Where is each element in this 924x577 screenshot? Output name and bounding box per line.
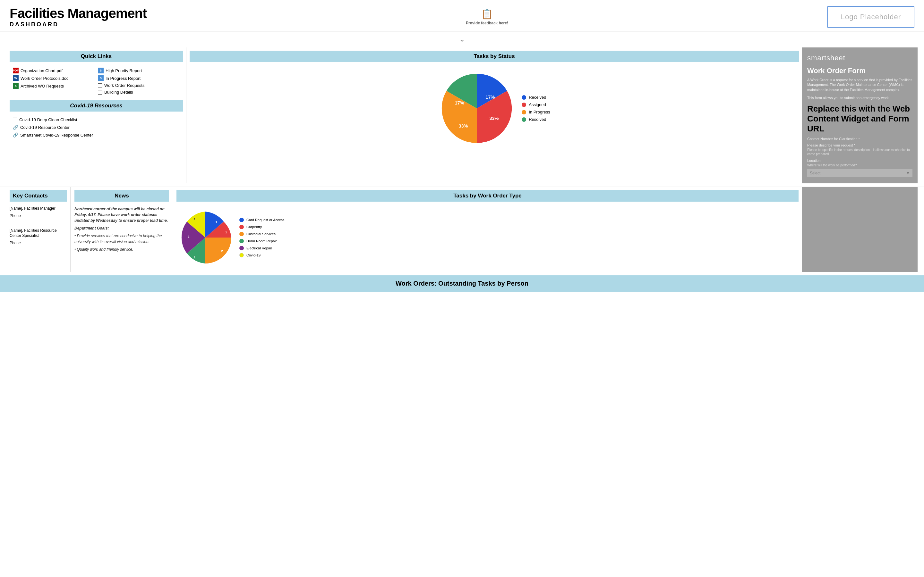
tasks-wot-header: Tasks by Work Order Type <box>176 190 798 201</box>
wot-legend-covid: Covid-19 <box>239 253 284 258</box>
feedback-icon: 📋 <box>481 8 493 19</box>
high-priority-report-link: High Priority Report <box>105 68 142 73</box>
list-item[interactable]: X Archived WO Requests <box>13 82 95 90</box>
wot-legend-dorm: Dorm Room Repair <box>239 239 284 243</box>
key-contacts-section: Key Contacts [Name], Facilities Manager … <box>6 187 71 272</box>
wot-legend-custodial: Custodial Services <box>239 232 284 236</box>
in-progress-report-link: In Progress Report <box>105 76 141 81</box>
list-item[interactable]: Work Order Requests <box>98 82 180 89</box>
list-item[interactable]: W Work Order Protocols.doc <box>13 74 95 82</box>
goals-header: Department Goals: <box>74 226 109 230</box>
main-grid: Quick Links PDF Organization Chart.pdf W… <box>0 47 924 183</box>
wot-chart-container: 1 1 2 1 2 1 Card Request or Access Carpe… <box>176 206 798 269</box>
list-item[interactable]: 🔗 Smartsheet Covid-19 Response Center <box>13 131 180 139</box>
list-item[interactable]: 🔗 Covid-19 Resource Center <box>13 123 180 131</box>
sheet-icon: S <box>98 75 103 81</box>
header: Facilities Management DASHBOARD 📋 Provid… <box>0 0 924 31</box>
request-label: Please describe your request * <box>807 143 913 147</box>
goal1: • Provide services that are conducive to… <box>74 234 162 244</box>
bottom-bar-label: Work Orders: Outstanding Tasks by Person <box>396 280 528 287</box>
form-desc2: This form allows you to submit non-emerg… <box>807 95 913 100</box>
bottom-bar: Work Orders: Outstanding Tasks by Person <box>0 276 924 292</box>
svg-text:33%: 33% <box>459 123 468 129</box>
svg-text:1: 1 <box>194 255 196 259</box>
svg-text:1: 1 <box>194 218 196 221</box>
carpentry-label: Carpentry <box>246 225 262 229</box>
electrical-dot <box>239 246 244 250</box>
card-label: Card Request or Access <box>246 218 284 222</box>
key-contacts-header: Key Contacts <box>10 190 67 201</box>
covid-label: Covid-19 <box>246 253 260 257</box>
quick-links-header: Quick Links <box>10 51 183 62</box>
form-panel-inner: smartsheet Work Order Form A Work Order … <box>802 47 918 183</box>
location-placeholder-text: Where will the work be performed? <box>807 163 913 167</box>
inprogress-dot <box>522 110 526 114</box>
select-dropdown[interactable]: Select ▼ <box>807 169 913 177</box>
wot-legend-electrical: Electrical Repair <box>239 246 284 250</box>
checkbox-icon <box>98 90 102 95</box>
feedback-button[interactable]: 📋 Provide feedback here! <box>466 8 508 25</box>
assigned-dot <box>522 103 526 107</box>
form-panel: smartsheet Work Order Form A Work Order … <box>802 47 918 183</box>
form-desc: A Work Order is a request for a service … <box>807 77 913 92</box>
svg-text:17%: 17% <box>486 95 495 100</box>
received-dot <box>522 95 526 100</box>
quick-links-section: Quick Links PDF Organization Chart.pdf W… <box>6 47 186 183</box>
wot-legend: Card Request or Access Carpentry Custodi… <box>239 218 284 258</box>
word-icon: W <box>13 75 19 81</box>
inprogress-label: In Progress <box>529 110 550 114</box>
carpentry-dot <box>239 225 244 229</box>
contact-specialist: [Name], Facilities Resource Center Speci… <box>10 227 67 240</box>
chevron-row[interactable]: ⌄ <box>0 31 924 47</box>
list-item[interactable]: S In Progress Report <box>98 74 180 82</box>
quick-links-grid: PDF Organization Chart.pdf W Work Order … <box>10 67 183 95</box>
bottom-grid: Key Contacts [Name], Facilities Manager … <box>0 187 924 272</box>
contact-phone1: Phone <box>10 212 67 219</box>
tasks-status-chart: 17% 33% 33% 17% Received Assigned In Pro… <box>190 67 799 150</box>
news-content: Northeast corner of the campus will be c… <box>74 206 169 252</box>
resolved-label: Resolved <box>529 117 546 122</box>
contact-phone2: Phone <box>10 239 67 247</box>
custodial-dot <box>239 232 244 236</box>
tasks-status-header: Tasks by Status <box>190 51 799 62</box>
custodial-label: Custodial Services <box>246 232 276 236</box>
quick-links-col1: PDF Organization Chart.pdf W Work Order … <box>13 67 95 95</box>
covid-dot <box>239 253 244 258</box>
list-item[interactable]: PDF Organization Chart.pdf <box>13 67 95 74</box>
chevron-icon[interactable]: ⌄ <box>459 35 465 43</box>
news-article: Northeast corner of the campus will be c… <box>74 207 168 223</box>
assigned-label: Assigned <box>529 102 546 107</box>
legend-item-inprogress: In Progress <box>522 110 550 114</box>
dorm-dot <box>239 239 244 243</box>
legend-item-resolved: Resolved <box>522 117 550 122</box>
form-panel-bottom <box>802 187 918 272</box>
received-label: Received <box>529 95 546 100</box>
sheet-icon: S <box>98 68 103 73</box>
header-title: Facilities Management DASHBOARD <box>10 6 147 28</box>
electrical-label: Electrical Repair <box>246 246 272 250</box>
contact-name: [Name], Facilities Manager <box>10 205 67 212</box>
feedback-label: Provide feedback here! <box>466 21 508 25</box>
list-item[interactable]: Building Details <box>98 89 180 95</box>
logo-placeholder: Logo Placeholder <box>827 6 914 27</box>
select-placeholder: Select <box>810 171 821 175</box>
card-dot <box>239 218 244 222</box>
svg-text:33%: 33% <box>489 116 499 121</box>
svg-text:1: 1 <box>215 220 217 224</box>
location-label: Location <box>807 159 913 163</box>
svg-text:17%: 17% <box>455 100 464 105</box>
checkbox-icon <box>13 118 17 122</box>
covid-resources-header: Covid-19 Resources <box>10 100 183 111</box>
list-item[interactable]: Covid-19 Deep Clean Checklist <box>13 116 180 123</box>
excel-icon: X <box>13 83 19 89</box>
covid-links: Covid-19 Deep Clean Checklist 🔗 Covid-19… <box>10 116 183 139</box>
svg-text:2: 2 <box>221 249 223 253</box>
quick-links-col2: S High Priority Report S In Progress Rep… <box>98 67 180 95</box>
link-icon: 🔗 <box>13 125 18 130</box>
form-replace-text: Replace this with the Web Content Widget… <box>807 104 913 134</box>
tasks-wot-section: Tasks by Work Order Type 1 1 <box>173 187 802 272</box>
list-item[interactable]: S High Priority Report <box>98 67 180 74</box>
goal2: • Quality work and friendly service. <box>74 247 134 251</box>
news-header: News <box>74 190 169 201</box>
legend-item-received: Received <box>522 95 550 100</box>
